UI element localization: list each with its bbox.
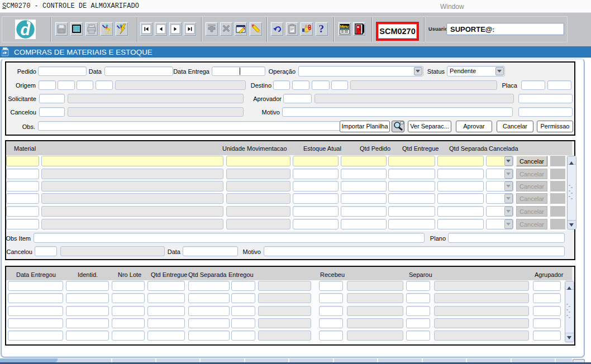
- svg-text:?: ?: [319, 23, 325, 35]
- svg-text:Menu: Menu: [340, 25, 349, 28]
